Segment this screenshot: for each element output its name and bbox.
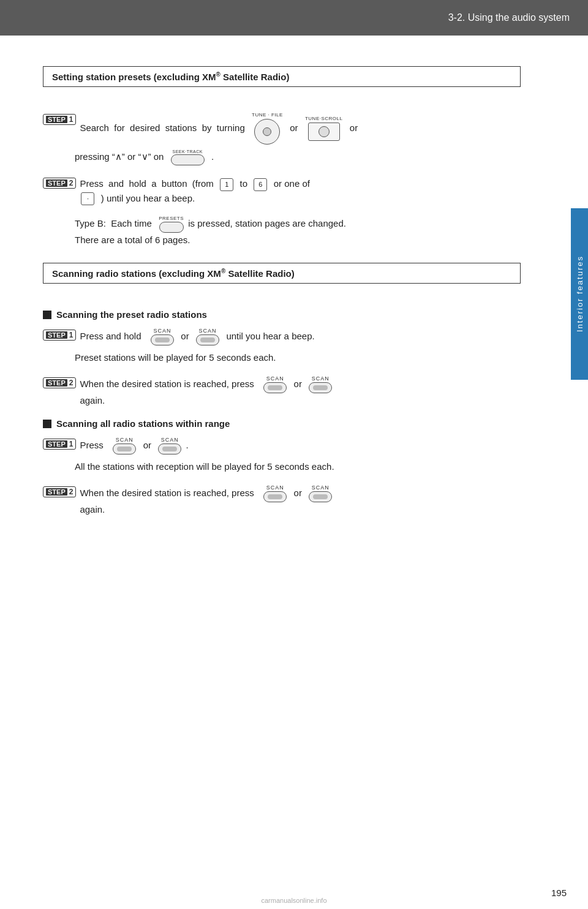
watermark: carmanualsonline.info <box>261 897 326 904</box>
sub2-step1-block: STEP 1 Press SCAN or SCAN . All the stat… <box>43 437 521 474</box>
sub2-step2-text2: again. <box>80 504 105 515</box>
step1-badge: STEP 1 <box>43 114 76 125</box>
header-bar: 3-2. Using the audio system <box>0 0 588 36</box>
subsection2-heading-text: Scanning all radio stations within range <box>56 418 230 429</box>
sub1-indent1-text: Preset stations will be played for 5 sec… <box>75 352 276 363</box>
scan-icon-1: SCAN <box>151 328 174 345</box>
scan-icon-2: SCAN <box>196 328 219 345</box>
section1-step2-block: STEP 2 Press and hold a button (from 1 t… <box>43 176 521 205</box>
tune-scroll-icon: TUNE·SCROLL <box>305 116 343 141</box>
subsection2-heading: Scanning all radio stations within range <box>43 418 521 429</box>
step1-badge-word: STEP <box>46 116 67 123</box>
section1-box: Setting station presets (excluding XM® S… <box>43 66 521 87</box>
sub1-step2-text2: again. <box>80 395 105 405</box>
sub1-step2-or: or <box>294 379 302 389</box>
subsection1-heading-text: Scanning the preset radio stations <box>56 309 207 320</box>
section1-step1-row: STEP 1 Search for desired stations by tu… <box>43 113 521 145</box>
sub1-step1-badge-num: 1 <box>67 331 74 339</box>
sub1-step2-row: STEP 2 When the desired station is reach… <box>43 376 521 407</box>
sub1-step1-text1: Press and hold <box>80 331 141 341</box>
sub2-step2-text1: When the desired station is reached, pre… <box>80 488 254 498</box>
sub1-step1-block: STEP 1 Press and hold SCAN or SCAN until… <box>43 328 521 365</box>
page-number: 195 <box>551 888 567 898</box>
sub1-step1-badge-word: STEP <box>46 331 67 339</box>
sub2-step1-text2: . <box>186 440 188 450</box>
sidebar-tab-label: Interior features <box>575 255 584 332</box>
button-6-icon: 6 <box>254 178 267 191</box>
sub1-step1-row: STEP 1 Press and hold SCAN or SCAN until… <box>43 328 521 345</box>
black-square-1 <box>43 311 51 319</box>
section1-step1-text: Search for desired stations by turning T… <box>80 113 521 145</box>
sub1-step2-badge-word: STEP <box>46 379 67 387</box>
section1-step2-text: Press and hold a button (from 1 to 6 or … <box>80 176 521 205</box>
section1-step1-block: STEP 1 Search for desired stations by tu… <box>43 113 521 165</box>
sub1-step2-block: STEP 2 When the desired station is reach… <box>43 376 521 407</box>
step1-badge-num: 1 <box>67 115 74 124</box>
sub2-step2-text: When the desired station is reached, pre… <box>80 485 521 516</box>
sub1-step1-badge: STEP 1 <box>43 330 76 341</box>
sub2-step2-badge-word: STEP <box>46 488 67 496</box>
section1-step2-text2: ) until you hear a beep. <box>101 193 195 203</box>
sub2-step2-badge-num: 2 <box>67 488 74 496</box>
sub1-step2-badge-num: 2 <box>67 379 74 387</box>
to-text: to <box>240 178 248 189</box>
sidebar-tab: Interior features <box>571 208 588 380</box>
section1-step2-row: STEP 2 Press and hold a button (from 1 t… <box>43 176 521 205</box>
typeb-text2: is pressed, station pages are changed. <box>188 219 346 229</box>
section1-title: Setting station presets (excluding XM® S… <box>52 72 289 82</box>
scan-icon-3: SCAN <box>263 376 287 393</box>
section2-box: Scanning radio stations (excluding XM® S… <box>43 263 521 284</box>
scan-icon-6: SCAN <box>158 437 181 455</box>
step2-badge-num: 2 <box>67 179 74 187</box>
step2-badge-word: STEP <box>46 179 67 187</box>
sub1-step1-text: Press and hold SCAN or SCAN until you he… <box>80 328 521 345</box>
scan-icon-8: SCAN <box>309 485 332 502</box>
or-text-2: or <box>350 123 358 133</box>
sub2-indent1: All the stations with reception will be … <box>75 459 521 474</box>
typeb-block: Type B: Each time PRESETS is pressed, st… <box>75 216 521 247</box>
button-1-icon: 1 <box>220 178 233 191</box>
section2-title: Scanning radio stations (excluding XM® S… <box>52 268 295 279</box>
sub2-step1-text: Press SCAN or SCAN . <box>80 437 521 455</box>
typeb-text3: There are a total of 6 pages. <box>75 235 190 245</box>
sub1-step1-or: or <box>181 331 189 341</box>
scan-icon-4: SCAN <box>309 376 332 393</box>
scan-icon-7: SCAN <box>263 485 287 502</box>
sub2-step1-or: or <box>143 440 151 450</box>
black-square-2 <box>43 420 51 428</box>
sub1-step1-text2: until you hear a beep. <box>226 331 314 341</box>
scan-icon-5: SCAN <box>113 437 136 455</box>
sub2-step1-badge-num: 1 <box>67 440 74 448</box>
main-content: Setting station presets (excluding XM® S… <box>0 36 551 565</box>
sub1-step2-text: When the desired station is reached, pre… <box>80 376 521 407</box>
section1-step1-indent: pressing “∧” or “∨” on SEEK·TRACK . <box>75 149 521 165</box>
sub2-step2-row: STEP 2 When the desired station is reach… <box>43 485 521 516</box>
sub2-indent1-text: All the stations with reception will be … <box>75 461 334 472</box>
sub2-step1-text1: Press <box>80 440 103 450</box>
step2-badge: STEP 2 <box>43 178 76 189</box>
sub1-indent1: Preset stations will be played for 5 sec… <box>75 350 521 365</box>
seek-track-icon: SEEK·TRACK <box>171 149 205 165</box>
sub1-step2-text1: When the desired station is reached, pre… <box>80 379 254 389</box>
presets-icon: PRESETS <box>159 216 184 233</box>
sub2-step2-block: STEP 2 When the desired station is reach… <box>43 485 521 516</box>
sub2-step2-or: or <box>294 488 302 498</box>
sub2-step1-row: STEP 1 Press SCAN or SCAN . <box>43 437 521 455</box>
or-text-1: or <box>290 123 298 133</box>
header-title: 3-2. Using the audio system <box>448 12 570 23</box>
sub2-step1-badge-word: STEP <box>46 440 67 448</box>
button-dot-icon: · <box>81 192 94 205</box>
sub1-step2-badge: STEP 2 <box>43 377 76 388</box>
tune-file-icon: TUNE · FILE <box>252 113 283 145</box>
typeb-text1: Type B: Each time <box>75 219 154 229</box>
sub2-step1-badge: STEP 1 <box>43 439 76 450</box>
sub2-step2-badge: STEP 2 <box>43 486 76 497</box>
subsection1-heading: Scanning the preset radio stations <box>43 309 521 320</box>
or-one-of-text: or one of <box>274 178 310 189</box>
